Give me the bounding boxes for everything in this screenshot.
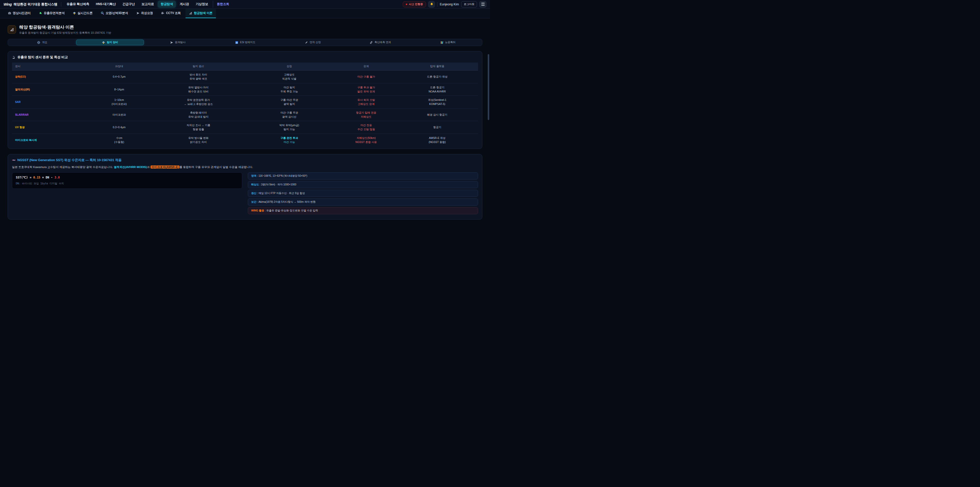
cell-line: 위성(Sentinel-1 [398,98,476,102]
scrollbar-thumb[interactable] [488,54,489,120]
cell-line: 항공기 [398,125,476,129]
section-tab[interactable]: 개요 [8,40,76,45]
section-tab[interactable]: 원격탐사 [144,40,212,45]
sensor-name: 마이크로파 복사계 [12,134,84,146]
table-row: 마이크로파 복사계수cm(수동형)유막 방사율 변화밝기온도 차이구름 완전 투… [12,134,478,146]
cell-limits: 유사 픽처 오탐고해상도 한계 [336,96,396,109]
section-tab-label: 탐지 장비 [107,41,118,44]
nav-item[interactable]: 항공탐색 [158,1,176,8]
ngsst-grid: SST(℃) = 0.15 × DN - 3.0 DN: 바이너리 파일 1by… [12,172,478,217]
section-tab-label: 개요 [42,41,47,44]
cell-line: 탐지 가능 [244,127,334,131]
sensor-name: SLAR/RAR [12,108,84,121]
table-row: 광학(EO)0.4~0.7μm반사 휘도 차이유막 광택·색조고해상도직관적 식… [12,70,478,83]
formula-note: DN: 바이너리 파일 1byte 디지털 수치 [16,182,239,185]
sub-tab[interactable]: 위성요청 [133,9,156,18]
cell-wavelength: 0.4~0.7μm [84,70,154,83]
desc-post: 를 융합하여 구름 유무와 관계없이 일별 수온을 제공합니다. [180,166,253,169]
cell-line: 유막 방사율 변화 [156,136,241,140]
cell-line: 구름 완전 투과 [244,136,334,140]
spec-item: 영역 : 116~166°E, 13~63°N (북서태평양 50×50°) [248,172,478,179]
cell-line: 유막 표면장력 증가 [156,98,241,102]
section-tab[interactable]: 확산예측 연계 [347,40,414,45]
sub-tab[interactable]: CCTV 조회 [158,9,184,18]
nav-item[interactable]: 기상정보 [193,1,211,8]
cctv-icon [161,11,164,15]
sub-tab[interactable]: 실시간드론 [69,9,96,18]
sub-tab[interactable]: 영상사진관리 [5,9,34,18]
section-tab[interactable]: 면적 산정 [279,40,347,45]
cell-limits: 야간 전용주간 오탐 많음 [336,121,396,134]
cell-line: 야간 전용 [337,123,395,127]
section-tab-label: 논문특허 [445,41,455,44]
desc-mid: 과 [147,166,150,169]
section-tab-label: 원격탐사 [175,41,185,44]
section-tab[interactable]: 논문특허 [414,40,482,45]
nav-item[interactable]: 긴급구난 [120,1,138,8]
page-title: 해양 항공탐색·원격탐사 이론 [19,24,111,30]
sub-tab[interactable]: 항공탐색 이론 [186,9,216,18]
section-tab-bar: 개요탐지 장비원격탐사ESI 방제지도면적 산정확산예측 연계논문특허 [8,39,482,46]
cell-line: NOAA AVHRR [398,89,476,93]
hamburger-menu-button[interactable] [479,1,487,8]
link-icon [369,41,373,44]
sub-tab[interactable]: 오염/선박3D분석 [97,9,131,18]
cell-wavelength: 1~10cm(마이크로파) [84,96,154,109]
table-row: SAR1~10cm(마이크로파)유막 표면장력 증가→ 브래그 후방산란 감소구… [12,96,478,109]
cell-line: 광역 탐지 [244,102,334,106]
cell-line: 유막 감쇠대 탐지 [156,115,241,119]
section-tab[interactable]: 탐지 장비 [76,40,144,45]
cell-line: 유사 픽처 오탐 [337,98,395,102]
cell-platform: 항공기 [396,121,478,134]
cell-line: → 브래그 후방산란 감소 [156,102,241,106]
cell-strengths: 야간·구름 무관광역 감시선 [243,108,336,121]
nav-item[interactable]: 보고자료 [138,1,157,8]
sub-tab-label: 위성요청 [141,11,153,15]
cell-line: 고해상도 [244,72,334,77]
status-dot-icon [406,3,407,5]
cell-line: 항공기 탑재 전용 [337,110,395,115]
ngsst-spec-list: 영역 : 116~166°E, 13~63°N (북서태평양 50×50°)해상… [248,172,478,214]
puzzle-icon [39,11,42,15]
camera-icon [8,11,11,15]
cell-line: 반사 휘도 차이 [156,72,241,77]
ufo-icon [102,41,105,44]
nav-right: 사고 진행중 Eunjeong Kim 로그아웃 [403,1,487,8]
cell-line: 저해상도 [337,115,395,119]
cell-strengths: 구름 완전 투과야간 가능 [243,134,336,146]
cell-platform: AMSR-E 위성(NGSST 융합) [396,134,478,146]
nav-item[interactable]: 통합조회 [213,1,232,8]
cell-line: AMSR-E 위성 [398,136,476,140]
sensor-table-body: 광학(EO)0.4~0.7μm반사 휘도 차이유막 광택·색조고해상도직관적 식… [12,70,478,146]
sensor-name: 광학(EO) [12,70,84,83]
cell-platform: 드론·항공기·위성 [396,70,478,83]
cell-platform: 드론·항공기NOAA AVHRR [396,83,478,96]
table-row: SLAR/RAR마이크로파측방향 레이더유막 감쇠대 탐지야간·구름 무관광역 … [12,108,478,121]
ngsst-title: NGSST (New Generation SST) 위성 수온자료 — 특허 … [18,158,121,163]
logout-button[interactable]: 로그아웃 [461,1,477,7]
formula-lhs: SST(℃) [16,176,28,179]
sub-tab[interactable]: 유출유면적분석 [35,9,68,18]
ufo-icon [73,11,76,15]
cell-line: 박막 유막(μm급) [244,123,334,127]
desc-pre: 일본 토호쿠대학 Kawamura 교수팀이 제공하는 북서태평양 광역 수온자… [12,166,114,169]
page-header: 해양 항공탐색·원격탐사 이론 유출유 원격탐지·항공감시 기법·ESI 방제정… [8,24,482,35]
triangle-ruler-icon [10,27,14,32]
nav-item[interactable]: 유출유 확산예측 [64,1,92,8]
sub-tab-label: 유출유면적분석 [44,11,65,15]
cell-line: 측방향 레이더 [156,110,241,115]
nav-item[interactable]: 게시판 [177,1,192,8]
section-tab[interactable]: ESI 방제지도 [212,40,279,45]
sub-tab-label: 실시간드론 [78,11,93,15]
cell-line: 1~10cm [86,98,153,102]
nav-item[interactable]: HNS·대기확산 [93,1,118,8]
triangle-ruler-icon [189,11,192,15]
globe-icon [37,41,40,44]
notifications-button[interactable] [428,1,435,8]
cell-principle: 자외선 조사 → 기름형광 방출 [154,121,243,134]
page-scrollbar[interactable] [487,0,490,243]
cell-line: 직관적 식별 [244,77,334,81]
page-subtitle: 유출유 원격탐지·항공감시 기법·ESI 방제정보지도·등록특허 10-1567… [19,31,111,35]
cell-line: 0.3~0.4μm [86,125,153,129]
cell-line: 드론·항공기·위성 [398,75,476,79]
